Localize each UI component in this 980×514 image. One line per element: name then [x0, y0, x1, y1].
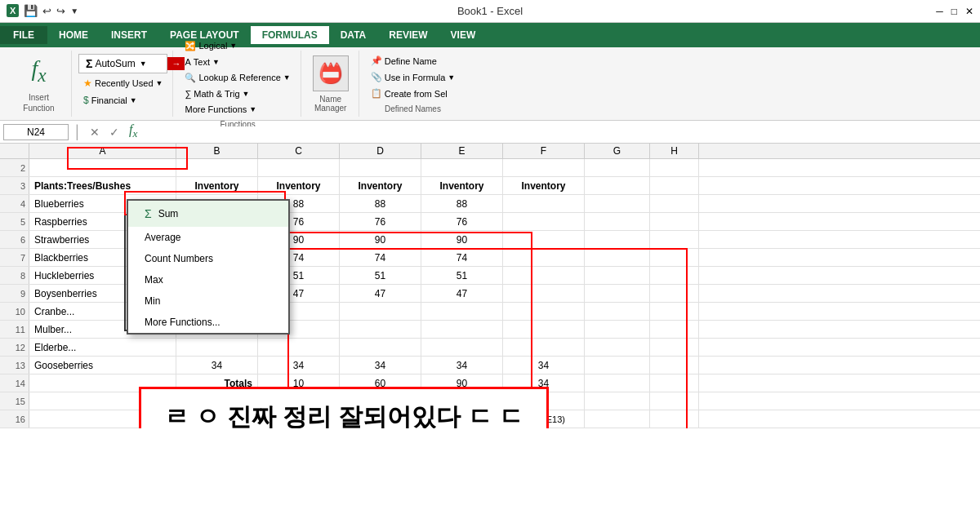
- cell-h14[interactable]: [650, 374, 699, 392]
- cancel-formula-btn[interactable]: ✕: [87, 126, 103, 139]
- cell-g12[interactable]: [585, 339, 650, 356]
- col-header-d[interactable]: D: [340, 144, 421, 158]
- cell-c13[interactable]: 34: [258, 357, 340, 374]
- cell-b2[interactable]: [176, 159, 258, 176]
- cell-d9[interactable]: 47: [340, 285, 421, 302]
- name-manager-button[interactable]: 📛: [313, 55, 349, 91]
- financial-button[interactable]: $ Financial ▼: [78, 93, 167, 108]
- cell-e12[interactable]: [421, 339, 503, 356]
- autosum-dropdown[interactable]: ▼: [140, 60, 147, 68]
- cell-g9[interactable]: [585, 285, 650, 302]
- cell-f12[interactable]: [503, 339, 585, 356]
- cell-b12[interactable]: [176, 339, 258, 356]
- logical-button[interactable]: 🔀 Logical ▼: [181, 39, 293, 53]
- cell-e3[interactable]: Inventory: [421, 177, 503, 194]
- cell-d13[interactable]: 34: [340, 357, 421, 374]
- cell-h10[interactable]: [650, 303, 699, 320]
- col-header-a[interactable]: A: [29, 144, 176, 158]
- cell-e6[interactable]: 90: [421, 231, 503, 248]
- dropdown-average[interactable]: Average: [128, 227, 288, 248]
- cell-b3[interactable]: Inventory: [176, 177, 258, 194]
- tab-view[interactable]: VIEW: [439, 26, 488, 44]
- cell-d5[interactable]: 76: [340, 213, 421, 230]
- cell-h8[interactable]: [650, 267, 699, 284]
- redo-icon[interactable]: ↪: [56, 5, 65, 17]
- cell-d11[interactable]: [340, 321, 421, 338]
- recently-used-button[interactable]: ★ Recently Used ▼: [78, 76, 167, 91]
- cell-f9[interactable]: [503, 285, 585, 302]
- cell-f13[interactable]: 34: [503, 357, 585, 374]
- cell-g13[interactable]: [585, 357, 650, 374]
- col-header-g[interactable]: G: [585, 144, 650, 158]
- dropdown-count[interactable]: Count Numbers: [128, 248, 288, 269]
- math-trig-button[interactable]: ∑ Math & Trig ▼: [181, 87, 293, 100]
- cell-f8[interactable]: [503, 267, 585, 284]
- cell-g3[interactable]: [585, 177, 650, 194]
- cell-g7[interactable]: [585, 249, 650, 266]
- cell-g4[interactable]: [585, 195, 650, 212]
- autosum-button[interactable]: Σ AutoSum ▼ →: [78, 54, 167, 73]
- cell-d10[interactable]: [340, 303, 421, 320]
- cell-h4[interactable]: [650, 195, 699, 212]
- cell-d4[interactable]: 88: [340, 195, 421, 212]
- tab-insert[interactable]: INSERT: [100, 26, 158, 44]
- cell-e4[interactable]: 88: [421, 195, 503, 212]
- cell-a13[interactable]: Gooseberries: [29, 357, 176, 374]
- cell-a2[interactable]: [29, 159, 176, 176]
- col-header-b[interactable]: B: [176, 144, 258, 158]
- cell-h13[interactable]: [650, 357, 699, 374]
- tab-data[interactable]: DATA: [329, 26, 378, 44]
- cell-e10[interactable]: [421, 303, 503, 320]
- cell-g8[interactable]: [585, 267, 650, 284]
- cell-f11[interactable]: [503, 321, 585, 338]
- cell-e11[interactable]: [421, 321, 503, 338]
- dropdown-sum[interactable]: Σ Sum: [128, 201, 288, 227]
- maximize-btn[interactable]: □: [951, 6, 957, 17]
- cell-h5[interactable]: [650, 213, 699, 230]
- cell-f6[interactable]: [503, 231, 585, 248]
- cell-h9[interactable]: [650, 285, 699, 302]
- cell-d8[interactable]: 51: [340, 267, 421, 284]
- cell-d7[interactable]: 74: [340, 249, 421, 266]
- cell-e2[interactable]: [421, 159, 503, 176]
- cell-e13[interactable]: 34: [421, 357, 503, 374]
- use-in-formula-button[interactable]: 📎 Use in Formula ▼: [368, 70, 459, 84]
- cell-g16[interactable]: [585, 410, 650, 428]
- cell-c3[interactable]: Inventory: [258, 177, 340, 194]
- cell-c12[interactable]: [258, 339, 340, 356]
- cell-f10[interactable]: [503, 303, 585, 320]
- cell-e7[interactable]: 74: [421, 249, 503, 266]
- insert-function-button[interactable]: fx: [24, 54, 52, 88]
- cell-g14[interactable]: [585, 374, 650, 392]
- define-name-button[interactable]: 📌 Define Name: [368, 54, 459, 68]
- cell-g6[interactable]: [585, 231, 650, 248]
- confirm-formula-btn[interactable]: ✓: [106, 126, 122, 139]
- cell-g5[interactable]: [585, 213, 650, 230]
- cell-e8[interactable]: 51: [421, 267, 503, 284]
- cell-h12[interactable]: [650, 339, 699, 356]
- cell-b13[interactable]: 34: [176, 357, 258, 374]
- save-icon[interactable]: 💾: [24, 4, 38, 17]
- cell-h15[interactable]: [650, 392, 699, 410]
- cell-h7[interactable]: [650, 249, 699, 266]
- close-btn[interactable]: ✕: [965, 6, 973, 17]
- cell-e9[interactable]: 47: [421, 285, 503, 302]
- recently-used-dropdown[interactable]: ▼: [156, 79, 163, 87]
- cell-g2[interactable]: [585, 159, 650, 176]
- cell-d3[interactable]: Inventory: [340, 177, 421, 194]
- cell-e5[interactable]: 76: [421, 213, 503, 230]
- col-header-h[interactable]: H: [650, 144, 699, 158]
- tab-review[interactable]: REVIEW: [377, 26, 439, 44]
- col-header-c[interactable]: C: [258, 144, 340, 158]
- cell-f4[interactable]: [503, 195, 585, 212]
- cell-a12[interactable]: Elderbe...: [29, 339, 176, 356]
- dropdown-max[interactable]: Max: [128, 269, 288, 290]
- tab-file[interactable]: FILE: [0, 26, 47, 44]
- cell-h2[interactable]: [650, 159, 699, 176]
- dropdown-icon[interactable]: ▼: [70, 7, 78, 16]
- cell-g10[interactable]: [585, 303, 650, 320]
- cell-g11[interactable]: [585, 321, 650, 338]
- create-from-sel-button[interactable]: 📋 Create from Sel: [368, 86, 459, 100]
- financial-dropdown[interactable]: ▼: [130, 96, 137, 104]
- cell-d12[interactable]: [340, 339, 421, 356]
